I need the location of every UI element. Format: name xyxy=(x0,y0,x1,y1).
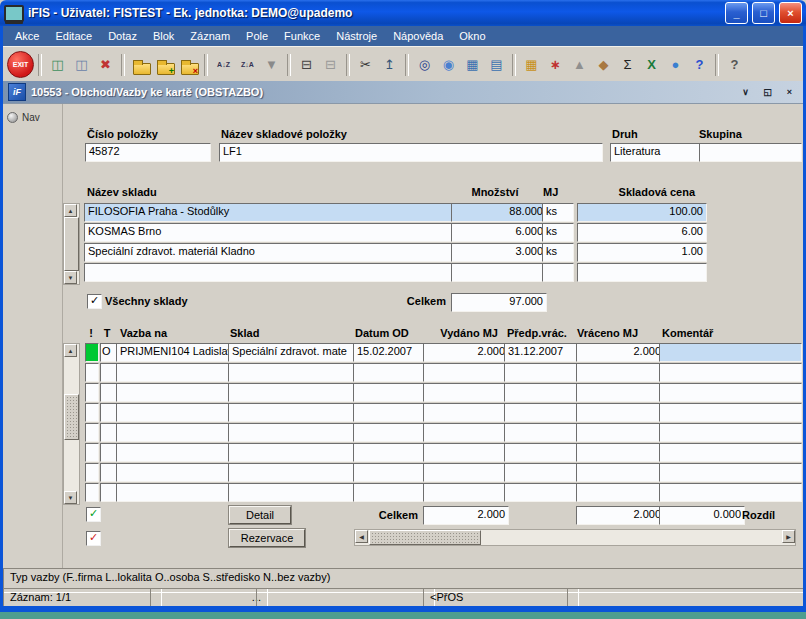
links-green-checkbox[interactable]: ✓ xyxy=(86,507,101,522)
duplicate-record-icon[interactable]: ◫ xyxy=(70,53,93,77)
zoom-icon[interactable]: ◉ xyxy=(437,53,460,77)
links-cell-komentar[interactable] xyxy=(659,343,802,362)
links-cell-vydano[interactable] xyxy=(423,443,509,462)
list-records-icon[interactable]: ▦ xyxy=(461,53,484,77)
matrix-icon[interactable]: ▦ xyxy=(520,53,543,77)
links-cell-sklad[interactable] xyxy=(228,363,359,382)
links-cell-vydano[interactable]: 2.000 xyxy=(423,343,509,362)
item-name-field[interactable]: LF1 xyxy=(219,143,603,162)
links-cell-komentar[interactable] xyxy=(659,423,802,442)
links-cell-komentar[interactable] xyxy=(659,383,802,402)
form-window-titlebar[interactable]: iF 10553 - Obchod/Vazby ke kartě (OBSTAZ… xyxy=(3,81,803,104)
form-restore-button[interactable]: ◱ xyxy=(759,85,776,100)
stock-cell-price[interactable]: 100.00 xyxy=(577,203,707,222)
links-cell-predp[interactable]: 31.12.2007 xyxy=(504,343,579,362)
sum-icon[interactable]: Σ xyxy=(616,53,639,77)
links-cell-flag[interactable] xyxy=(85,403,99,422)
menu-item-dotaz[interactable]: Dotaz xyxy=(100,28,145,44)
links-cell-predp[interactable] xyxy=(504,443,579,462)
menu-item-blok[interactable]: Blok xyxy=(145,28,182,44)
menu-item-napoveda[interactable]: Nápověda xyxy=(385,28,451,44)
stock-cell-price[interactable]: 1.00 xyxy=(577,243,707,262)
folder-open-icon[interactable] xyxy=(129,53,152,77)
menu-item-pole[interactable]: Pole xyxy=(238,28,276,44)
links-cell-vazba[interactable] xyxy=(116,383,234,402)
stock-cell-name[interactable]: Speciální zdravot. materiál Kladno xyxy=(84,243,454,262)
stock-cell-unit[interactable]: ks xyxy=(542,203,574,222)
stock-cell-unit[interactable]: ks xyxy=(542,243,574,262)
item-kind-field[interactable]: Literatura xyxy=(610,143,700,162)
detail-button[interactable]: Detail xyxy=(229,506,291,524)
links-scroll-right-icon[interactable]: ▶ xyxy=(782,530,795,543)
sort-desc-icon[interactable]: Z↓A xyxy=(236,53,259,77)
links-cell-sklad[interactable] xyxy=(228,383,359,402)
stock-cell-price[interactable]: 6.00 xyxy=(577,223,707,242)
links-cell-komentar[interactable] xyxy=(659,443,802,462)
maximize-button[interactable]: □ xyxy=(752,2,775,24)
nav-toggle[interactable]: Nav xyxy=(3,103,62,132)
links-cell-komentar[interactable] xyxy=(659,463,802,482)
stock-cell-name[interactable] xyxy=(84,263,454,282)
help-icon[interactable]: ? xyxy=(688,53,711,77)
web-icon[interactable]: ● xyxy=(664,53,687,77)
links-cell-predp[interactable] xyxy=(504,423,579,442)
links-scroll-left-icon[interactable]: ◀ xyxy=(355,530,368,543)
links-cell-vydano[interactable] xyxy=(423,383,509,402)
links-red-checkbox[interactable]: ✓ xyxy=(86,531,101,546)
folder-add-icon[interactable]: + xyxy=(153,53,176,77)
all-stocks-checkbox[interactable]: ✓ xyxy=(87,294,102,309)
form-close-button[interactable]: × xyxy=(781,85,798,100)
tools-icon[interactable]: ▲ xyxy=(568,53,591,77)
links-cell-komentar[interactable] xyxy=(659,403,802,422)
favorites-icon[interactable]: ∗ xyxy=(544,53,567,77)
minimize-button[interactable]: _ xyxy=(725,2,748,24)
links-cell-vazba[interactable] xyxy=(116,443,234,462)
find-icon[interactable]: ◎ xyxy=(413,53,436,77)
links-cell-datum[interactable] xyxy=(353,443,428,462)
modules-icon[interactable]: ◆ xyxy=(592,53,615,77)
links-cell-predp[interactable] xyxy=(504,463,579,482)
links-cell-datum[interactable]: 15.02.2007 xyxy=(353,343,428,362)
item-group-field[interactable] xyxy=(699,143,802,162)
links-cell-sklad[interactable]: Speciální zdravot. mate xyxy=(228,343,359,362)
links-hscroll-thumb[interactable] xyxy=(369,530,481,545)
stock-cell-qty[interactable]: 6.000 xyxy=(451,223,547,242)
exit-button[interactable]: EXIT xyxy=(7,51,34,78)
filter-icon[interactable]: ▼ xyxy=(260,53,283,77)
stock-cell-price[interactable] xyxy=(577,263,707,282)
links-cell-predp[interactable] xyxy=(504,483,579,502)
links-cell-vydano[interactable] xyxy=(423,403,509,422)
menu-item-okno[interactable]: Okno xyxy=(451,28,493,44)
menu-item-funkce[interactable]: Funkce xyxy=(276,28,328,44)
print-icon[interactable]: ⊟ xyxy=(295,53,318,77)
links-cell-vraceno[interactable] xyxy=(576,383,665,402)
links-cell-vazba[interactable] xyxy=(116,483,234,502)
delete-record-icon[interactable]: ✖ xyxy=(94,53,117,77)
links-cell-vraceno[interactable]: 2.000 xyxy=(576,343,665,362)
links-cell-sklad[interactable] xyxy=(228,463,359,482)
form-pin-button[interactable]: ∨ xyxy=(737,85,754,100)
links-cell-komentar[interactable] xyxy=(659,483,802,502)
links-cell-flag[interactable] xyxy=(85,443,99,462)
menu-item-akce[interactable]: Akce xyxy=(7,28,47,44)
links-cell-predp[interactable] xyxy=(504,383,579,402)
stock-cell-name[interactable]: KOSMAS Brno xyxy=(84,223,454,242)
links-cell-datum[interactable] xyxy=(353,403,428,422)
links-cell-sklad[interactable] xyxy=(228,483,359,502)
menu-item-nastroje[interactable]: Nástroje xyxy=(328,28,385,44)
links-cell-datum[interactable] xyxy=(353,483,428,502)
print-setup-icon[interactable]: ⊟ xyxy=(319,53,342,77)
links-cell-vraceno[interactable] xyxy=(576,483,665,502)
links-cell-flag[interactable] xyxy=(85,363,99,382)
stock-cell-unit[interactable] xyxy=(542,263,574,282)
title-bar[interactable]: iFIS - Uživatel: FISTEST - Ek. jednotka:… xyxy=(0,0,806,26)
links-cell-vazba[interactable]: PRIJMENI104 Ladislav xyxy=(116,343,234,362)
links-cell-vydano[interactable] xyxy=(423,463,509,482)
links-cell-vydano[interactable] xyxy=(423,483,509,502)
attach-icon[interactable]: ↥ xyxy=(378,53,401,77)
rezervace-button[interactable]: Rezervace xyxy=(229,529,305,547)
stock-cell-qty[interactable]: 3.000 xyxy=(451,243,547,262)
links-cell-predp[interactable] xyxy=(504,363,579,382)
context-help-icon[interactable]: ? xyxy=(723,53,746,77)
links-hscrollbar[interactable]: ◀ ▶ xyxy=(354,529,796,546)
